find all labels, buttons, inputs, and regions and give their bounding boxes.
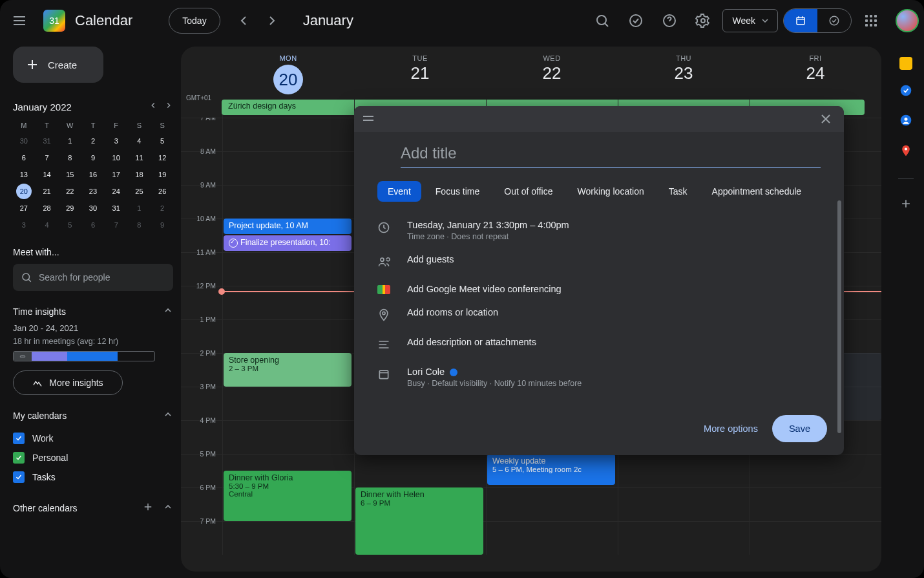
event-time-button[interactable]: Tuesday, January 21 3:30pm – 4:00pm Time… [407,220,821,241]
calendar-checkbox[interactable] [13,433,25,444]
add-guests-button[interactable]: Add guests [407,254,821,264]
mini-day-cell[interactable]: 8 [131,217,147,233]
mini-day-cell[interactable]: 22 [62,184,78,199]
time-cell[interactable] [750,522,881,555]
account-avatar[interactable] [896,9,919,32]
mini-day-cell[interactable]: 2 [154,200,170,216]
mini-next-button[interactable] [164,101,173,112]
contacts-icon[interactable] [899,114,912,129]
time-cell[interactable] [222,186,354,219]
tasks-mode-segment[interactable] [817,9,851,32]
mini-day-cell[interactable]: 5 [154,133,170,149]
mini-day-cell[interactable]: 20 [16,184,32,199]
mini-prev-button[interactable] [149,101,158,112]
mini-calendar[interactable]: January 2022 MTWTFSS30311234567891011121… [13,101,173,233]
add-description-button[interactable]: Add description or attachments [407,337,821,347]
mini-day-cell[interactable]: 8 [62,150,78,166]
google-apps-button[interactable] [857,6,885,35]
help-button[interactable] [655,6,684,35]
mini-day-cell[interactable]: 14 [39,167,55,182]
add-other-calendar-button[interactable] [142,501,154,515]
time-cell[interactable] [486,522,618,555]
time-cell[interactable] [222,421,354,454]
time-cell[interactable] [222,152,354,185]
event-type-chip[interactable]: Working location [567,181,655,202]
calendar-mode-segment[interactable] [784,9,817,32]
time-cell[interactable] [222,253,354,286]
keep-icon[interactable] [899,57,912,70]
event-title-input[interactable] [401,138,821,168]
drag-handle-icon[interactable] [362,113,375,125]
add-location-button[interactable]: Add rooms or location [407,307,821,317]
create-button[interactable]: Create [13,47,103,83]
view-selector[interactable]: Week [722,9,778,32]
mini-day-cell[interactable]: 21 [39,184,55,199]
settings-button[interactable] [689,6,717,35]
calendar-event[interactable]: Store opening2 – 3 PM [224,353,352,387]
mini-day-cell[interactable]: 11 [131,150,147,166]
calendar-list-item[interactable]: Personal [13,448,173,467]
mini-day-cell[interactable]: 23 [85,184,101,199]
add-meet-button[interactable]: Add Google Meet video conferencing [407,284,821,294]
mini-day-cell[interactable]: 1 [62,133,78,149]
mini-day-cell[interactable]: 3 [109,133,124,149]
mini-day-cell[interactable]: 6 [16,150,32,166]
mini-day-cell[interactable]: 30 [85,200,101,216]
mini-day-cell[interactable]: 7 [39,150,55,166]
mini-day-cell[interactable]: 19 [154,167,170,182]
calendar-tasks-toggle[interactable] [783,8,852,33]
maps-icon[interactable] [899,144,912,160]
more-options-button[interactable]: More options [704,423,758,434]
mini-day-cell[interactable]: 24 [109,184,124,199]
get-addons-button[interactable] [899,197,912,213]
prev-week-button[interactable] [229,6,258,35]
mini-day-cell[interactable]: 18 [131,167,147,182]
next-week-button[interactable] [258,6,286,35]
mini-day-cell[interactable]: 6 [85,217,101,233]
time-cell[interactable] [354,455,486,487]
day-header[interactable]: FRI24 [750,47,881,100]
calendar-event[interactable]: Project update, 10 AM [224,219,352,234]
event-type-chip[interactable]: Event [377,181,421,202]
mini-day-cell[interactable]: 4 [131,133,147,149]
calendar-event[interactable]: Dinner with Helen6 – 9 PM [355,487,483,555]
mini-day-cell[interactable]: 12 [154,150,170,166]
calendar-list-item[interactable]: Tasks [13,467,173,487]
mini-day-cell[interactable]: 15 [62,167,78,182]
mini-day-cell[interactable]: 9 [85,150,101,166]
tasks-shortcut-icon[interactable] [622,6,650,35]
day-header[interactable]: TUE21 [354,47,486,100]
tasks-icon[interactable] [899,84,912,100]
mini-day-cell[interactable]: 31 [109,200,124,216]
calendar-event[interactable]: Finalize presentation, 10: [224,235,352,251]
time-cell[interactable] [618,488,750,521]
mini-day-cell[interactable]: 17 [109,167,124,182]
search-button[interactable] [588,6,616,35]
time-insights-header[interactable]: Time insights [13,305,173,318]
mini-day-cell[interactable]: 27 [16,200,32,216]
time-cell[interactable] [750,455,881,487]
mini-day-cell[interactable]: 3 [16,217,32,233]
calendar-owner-button[interactable]: Lori Cole Busy · Default visibility · No… [407,367,821,388]
mini-day-cell[interactable]: 2 [85,133,101,149]
my-calendars-header[interactable]: My calendars [13,409,173,422]
time-cell[interactable] [222,522,354,555]
time-cell[interactable] [222,320,354,353]
calendar-list-item[interactable]: Work [13,429,173,448]
dialog-scrollbar[interactable] [837,200,841,433]
event-type-chip[interactable]: Focus time [425,181,490,202]
calendar-checkbox[interactable] [13,452,25,464]
time-cell[interactable] [222,118,354,151]
time-cell[interactable] [750,488,881,521]
event-type-chip[interactable]: Appointment schedule [702,181,812,202]
calendar-event[interactable]: Dinner with Gloria5:30 – 9 PMCentral [224,471,352,521]
event-type-chip[interactable]: Out of office [494,181,563,202]
mini-day-cell[interactable]: 29 [62,200,78,216]
event-type-chip[interactable]: Task [658,181,698,202]
time-cell[interactable] [618,455,750,487]
mini-day-cell[interactable]: 5 [62,217,78,233]
save-button[interactable]: Save [772,415,827,442]
mini-day-cell[interactable]: 26 [154,184,170,199]
calendar-event[interactable]: Weekly update5 – 6 PM, Meeting room 2c [487,454,615,485]
day-header[interactable]: MON20 [222,47,354,100]
